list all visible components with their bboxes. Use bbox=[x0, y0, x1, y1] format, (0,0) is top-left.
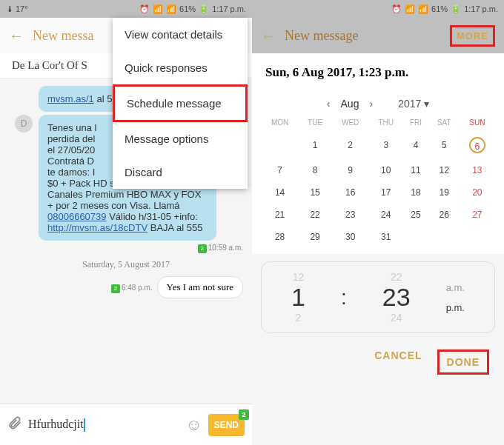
menu-schedule-message[interactable]: Schedule message bbox=[113, 84, 248, 122]
timestamp: 26:48 p.m. bbox=[111, 284, 153, 293]
menu-discard[interactable]: Discard bbox=[113, 155, 248, 189]
cal-day[interactable]: 16 bbox=[331, 181, 369, 204]
alarm-icon: ⏰ bbox=[391, 4, 402, 14]
status-temp: 🌡 17° bbox=[6, 4, 28, 13]
signal-icon: 📶 bbox=[166, 4, 176, 14]
cal-day[interactable]: 31 bbox=[369, 226, 402, 248]
cal-day[interactable]: 12 bbox=[429, 159, 460, 181]
emoji-icon[interactable]: ☺ bbox=[185, 415, 202, 435]
back-icon[interactable]: ← bbox=[9, 27, 24, 44]
menu-view-contact[interactable]: View contact details bbox=[113, 18, 248, 51]
cal-day[interactable]: 27 bbox=[460, 204, 495, 226]
cal-day[interactable]: 28 bbox=[261, 226, 299, 248]
attach-icon[interactable] bbox=[7, 415, 22, 435]
dow-header: THU bbox=[369, 114, 402, 131]
time-picker[interactable]: 12 1 2 : 22 23 24 a.m. p.m. bbox=[261, 261, 495, 333]
battery-icon: 🔋 bbox=[451, 4, 461, 14]
cal-day[interactable]: 19 bbox=[429, 181, 460, 204]
cal-day[interactable]: 2 bbox=[331, 131, 369, 159]
header-title: New message bbox=[285, 28, 441, 44]
context-menu: View contact details Quick responses Sch… bbox=[113, 18, 248, 189]
cal-day[interactable]: 11 bbox=[402, 159, 428, 181]
header: ← New message MORE bbox=[252, 18, 504, 53]
alarm-icon: ⏰ bbox=[139, 4, 150, 14]
cal-day[interactable]: 15 bbox=[299, 181, 331, 204]
send-badge: 2 bbox=[239, 409, 249, 420]
status-time: 1:17 p.m. bbox=[212, 4, 246, 13]
more-button[interactable]: MORE bbox=[450, 25, 495, 47]
dow-header: FRI bbox=[402, 114, 428, 131]
compose-input[interactable]: Hfurhudcjit bbox=[28, 418, 179, 432]
next-month-icon[interactable]: › bbox=[369, 98, 373, 110]
link[interactable]: mvsm.as/1 bbox=[47, 93, 94, 104]
timestamp: 210:59 a.m. bbox=[9, 244, 243, 253]
cal-day[interactable]: 7 bbox=[261, 159, 299, 181]
dow-header: TUE bbox=[299, 114, 331, 131]
cal-day[interactable]: 22 bbox=[299, 204, 331, 226]
menu-quick-responses[interactable]: Quick responses bbox=[113, 51, 248, 84]
cal-day[interactable]: 25 bbox=[402, 204, 428, 226]
cal-day[interactable] bbox=[402, 226, 428, 248]
cal-day[interactable]: 9 bbox=[331, 159, 369, 181]
done-button[interactable]: DONE bbox=[437, 349, 489, 375]
avatar[interactable]: D bbox=[15, 115, 33, 133]
cal-day[interactable]: 23 bbox=[331, 204, 369, 226]
cal-day[interactable]: 18 bbox=[402, 181, 428, 204]
calendar: ‹ Aug › 2017 ▾ MON TUE WED THU FRI SAT S… bbox=[252, 92, 504, 254]
composer: Hfurhudcjit ☺ SEND 2 bbox=[0, 404, 252, 445]
cal-day[interactable]: 30 bbox=[331, 226, 369, 248]
status-bar: ⏰ 📶 📶 61% 🔋 1:17 p.m. bbox=[252, 0, 504, 18]
minute-wheel[interactable]: 22 23 24 bbox=[382, 271, 411, 324]
date-divider: Saturday, 5 August 2017 bbox=[9, 259, 243, 270]
status-time: 1:17 p.m. bbox=[464, 4, 498, 13]
prev-month-icon[interactable]: ‹ bbox=[327, 98, 331, 110]
battery-icon: 🔋 bbox=[199, 4, 209, 14]
cal-day[interactable]: 4 bbox=[402, 131, 428, 159]
cal-day[interactable] bbox=[261, 131, 299, 159]
cal-day[interactable]: 10 bbox=[369, 159, 402, 181]
cal-day[interactable]: 5 bbox=[429, 131, 460, 159]
signal-icon: 📶 bbox=[418, 4, 428, 14]
phone-link[interactable]: 08006660739 bbox=[47, 211, 107, 222]
hour-wheel[interactable]: 12 1 2 bbox=[291, 271, 305, 324]
cal-day[interactable]: 29 bbox=[299, 226, 331, 248]
cal-day[interactable]: 21 bbox=[261, 204, 299, 226]
cal-day-selected[interactable]: 6 bbox=[460, 131, 495, 159]
reply-row: 26:48 p.m. Yes I am not sure bbox=[9, 276, 243, 298]
cal-day[interactable]: 14 bbox=[261, 181, 299, 204]
cal-day[interactable]: 26 bbox=[429, 204, 460, 226]
dow-header: SUN bbox=[460, 114, 495, 131]
cal-day[interactable]: 17 bbox=[369, 181, 402, 204]
back-icon[interactable]: ← bbox=[261, 27, 276, 44]
cal-day[interactable] bbox=[460, 226, 495, 248]
wifi-icon: 📶 bbox=[153, 4, 163, 14]
cal-day[interactable]: 3 bbox=[369, 131, 402, 159]
cal-day[interactable]: 20 bbox=[460, 181, 495, 204]
calendar-nav: ‹ Aug › 2017 ▾ bbox=[261, 98, 495, 110]
cal-day[interactable]: 8 bbox=[299, 159, 331, 181]
wifi-icon: 📶 bbox=[405, 4, 415, 14]
calendar-grid: MON TUE WED THU FRI SAT SUN 1 2 3 4 5 6 … bbox=[261, 114, 495, 248]
cancel-button[interactable]: CANCEL bbox=[374, 349, 422, 375]
menu-message-options[interactable]: Message options bbox=[113, 122, 248, 155]
dow-header: WED bbox=[331, 114, 369, 131]
send-button[interactable]: SEND 2 bbox=[208, 414, 245, 436]
screen-left: 🌡 17° ⏰ 📶 📶 61% 🔋 1:17 p.m. ← New messa … bbox=[0, 0, 252, 445]
screen-right: ⏰ 📶 📶 61% 🔋 1:17 p.m. ← New message MORE… bbox=[252, 0, 504, 445]
battery-pct: 61% bbox=[431, 4, 448, 13]
cal-day[interactable]: 24 bbox=[369, 204, 402, 226]
cal-day[interactable]: 1 bbox=[299, 131, 331, 159]
time-colon: : bbox=[341, 286, 347, 310]
link[interactable]: http://mvsm.as/18cDTV bbox=[47, 222, 147, 233]
dow-header: MON bbox=[261, 114, 299, 131]
year-label[interactable]: 2017 ▾ bbox=[398, 98, 429, 110]
cal-day[interactable] bbox=[429, 226, 460, 248]
month-label[interactable]: Aug bbox=[341, 98, 359, 110]
battery-pct: 61% bbox=[179, 4, 196, 13]
dow-header: SAT bbox=[429, 114, 460, 131]
ampm-wheel[interactable]: a.m. p.m. bbox=[446, 282, 465, 313]
status-bar: 🌡 17° ⏰ 📶 📶 61% 🔋 1:17 p.m. bbox=[0, 0, 252, 18]
cal-day[interactable]: 13 bbox=[460, 159, 495, 181]
sent-bubble: Yes I am not sure bbox=[157, 276, 243, 298]
dialog-actions: CANCEL DONE bbox=[252, 341, 504, 384]
